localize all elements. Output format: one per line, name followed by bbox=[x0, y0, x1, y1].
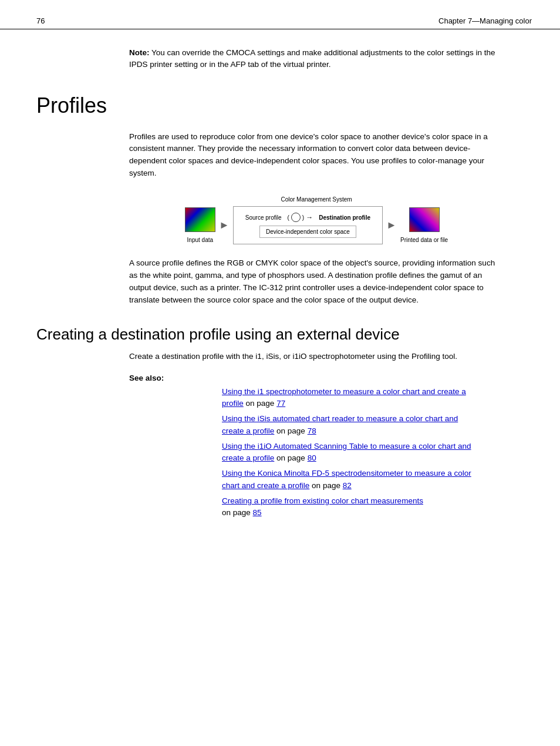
page-ref-3: on page 80 bbox=[276, 453, 316, 462]
profile-arrow-circle: ( ) → bbox=[288, 213, 313, 222]
creating-heading: Creating a destination profile using an … bbox=[36, 325, 532, 344]
cms-diagram-container: Color Management System Input data ► Sou… bbox=[129, 196, 504, 244]
page-link-2[interactable]: 78 bbox=[308, 426, 316, 435]
list-item: Creating a profile from existing color c… bbox=[222, 495, 475, 519]
input-data-block: Input data bbox=[185, 207, 215, 243]
list-item: Using the iSis automated chart reader to… bbox=[222, 413, 475, 437]
left-paren: ( bbox=[288, 214, 289, 221]
chapter-title: Chapter 7—Managing color bbox=[438, 16, 532, 25]
profile-row: Source profile ( ) → Destination profile bbox=[245, 213, 370, 222]
page-header: 76 Chapter 7—Managing color bbox=[0, 0, 560, 29]
page-number: 76 bbox=[36, 16, 45, 25]
diagram-title: Color Management System bbox=[281, 196, 352, 203]
diagram-inner: Input data ► Source profile ( ) → bbox=[185, 206, 448, 244]
cms-diagram: Color Management System Input data ► Sou… bbox=[185, 196, 448, 244]
note-text: You can override the CMOCA settings and … bbox=[129, 48, 495, 69]
circle-icon bbox=[291, 213, 301, 222]
right-paren: ) bbox=[302, 214, 304, 221]
links-list: Using the i1 spectrophotometer to measur… bbox=[222, 386, 475, 519]
creating-intro: Create a destination profile with the i1… bbox=[129, 351, 504, 363]
page-ref-5: on page 85 bbox=[222, 508, 262, 517]
source-paragraph: A source profile defines the RGB or CMYK… bbox=[129, 257, 504, 307]
output-image bbox=[409, 207, 440, 232]
list-item: Using the i1 spectrophotometer to measur… bbox=[222, 386, 475, 410]
output-data-block: Printed data or file bbox=[400, 207, 448, 243]
link-3[interactable]: Using the i1iO Automated Scanning Table … bbox=[222, 442, 471, 462]
destination-profile-label: Destination profile bbox=[319, 214, 370, 221]
see-also-block: See also: Using the i1 spectrophotometer… bbox=[129, 374, 504, 519]
see-also-label: See also: bbox=[129, 374, 504, 382]
page-ref-2: on page 78 bbox=[276, 426, 316, 435]
list-item: Using the i1iO Automated Scanning Table … bbox=[222, 441, 475, 465]
device-independent-label: Device-independent color space bbox=[259, 226, 356, 238]
arrow-from-cms: ► bbox=[383, 220, 400, 231]
note-label: Note: bbox=[129, 48, 150, 57]
output-label: Printed data or file bbox=[400, 237, 448, 243]
profiles-intro: Profiles are used to reproduce color fro… bbox=[129, 131, 504, 180]
link-2[interactable]: Using the iSis automated chart reader to… bbox=[222, 414, 458, 435]
page-link-1[interactable]: 77 bbox=[276, 399, 285, 408]
arrow-symbol: → bbox=[306, 213, 313, 221]
source-profile-label: Source profile bbox=[245, 214, 282, 221]
list-item: Using the Konica Minolta FD-5 spectroden… bbox=[222, 468, 475, 492]
page-container: 76 Chapter 7—Managing color Note: You ca… bbox=[0, 0, 560, 746]
cms-box: Source profile ( ) → Destination profile… bbox=[233, 206, 383, 244]
content-area: Note: You can override the CMOCA setting… bbox=[0, 47, 560, 546]
note-block: Note: You can override the CMOCA setting… bbox=[129, 47, 504, 71]
page-ref-4: on page 82 bbox=[312, 481, 352, 490]
arrow-to-cms: ► bbox=[215, 220, 233, 231]
page-link-3[interactable]: 80 bbox=[308, 453, 316, 462]
page-link-5[interactable]: 85 bbox=[253, 508, 262, 517]
page-ref-1: on page 77 bbox=[246, 399, 286, 408]
page-link-4[interactable]: 82 bbox=[343, 481, 352, 490]
link-5[interactable]: Creating a profile from existing color c… bbox=[222, 496, 423, 505]
input-image bbox=[185, 207, 215, 232]
input-label: Input data bbox=[187, 237, 213, 243]
profiles-heading: Profiles bbox=[36, 93, 532, 118]
